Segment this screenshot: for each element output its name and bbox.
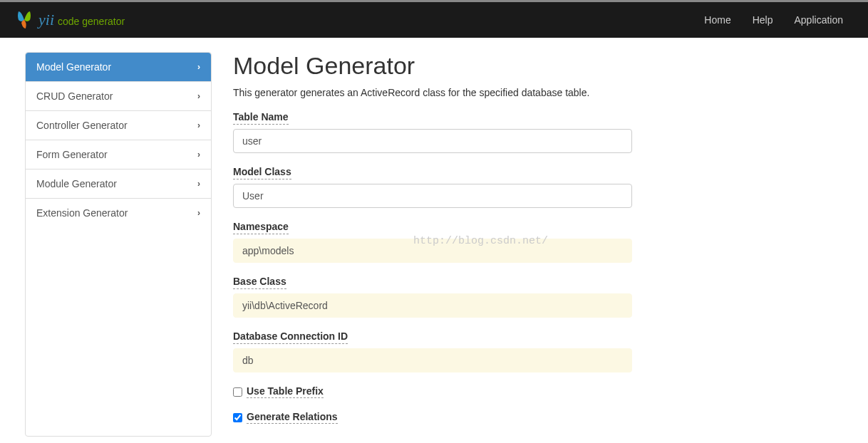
- brand-subtitle: code generator: [58, 16, 125, 27]
- sidebar-item-model-generator[interactable]: Model Generator ›: [26, 53, 211, 82]
- sidebar-item-label: Controller Generator: [36, 120, 128, 131]
- label-generate-relations: Generate Relations: [247, 411, 338, 424]
- input-namespace[interactable]: [233, 239, 632, 263]
- nav-home[interactable]: Home: [693, 4, 741, 36]
- sidebar-item-label: CRUD Generator: [36, 90, 113, 102]
- label-table-name: Table Name: [233, 111, 289, 125]
- label-use-table-prefix: Use Table Prefix: [247, 385, 324, 398]
- sidebar-item-module-generator[interactable]: Module Generator ›: [26, 170, 211, 199]
- nav-application[interactable]: Application: [784, 4, 854, 36]
- nav-links: Home Help Application: [693, 4, 854, 36]
- chevron-right-icon: ›: [197, 91, 200, 101]
- field-generate-relations: Generate Relations: [233, 411, 632, 424]
- field-db-connection: Database Connection ID: [233, 330, 632, 372]
- field-model-class: Model Class: [233, 166, 632, 208]
- field-table-name: Table Name: [233, 111, 632, 153]
- page-description: This generator generates an ActiveRecord…: [233, 87, 632, 98]
- label-namespace: Namespace: [233, 221, 289, 234]
- sidebar-item-crud-generator[interactable]: CRUD Generator ›: [26, 82, 211, 111]
- brand-title: yii: [38, 11, 54, 29]
- chevron-right-icon: ›: [197, 208, 200, 218]
- checkbox-use-table-prefix[interactable]: [233, 387, 242, 397]
- sidebar-item-label: Form Generator: [36, 149, 108, 160]
- sidebar-item-controller-generator[interactable]: Controller Generator ›: [26, 111, 211, 140]
- main-content: Model Generator This generator generates…: [233, 52, 632, 437]
- chevron-right-icon: ›: [197, 150, 200, 160]
- nav-help[interactable]: Help: [742, 4, 784, 36]
- sidebar-item-form-generator[interactable]: Form Generator ›: [26, 140, 211, 170]
- chevron-right-icon: ›: [197, 179, 200, 189]
- input-model-class[interactable]: [233, 184, 632, 208]
- input-table-name[interactable]: [233, 129, 632, 153]
- chevron-right-icon: ›: [197, 120, 200, 130]
- page-title: Model Generator: [233, 52, 632, 80]
- navbar: yii code generator Home Help Application: [0, 2, 868, 38]
- input-db-connection[interactable]: [233, 348, 632, 372]
- field-base-class: Base Class: [233, 276, 632, 318]
- chevron-right-icon: ›: [197, 62, 200, 72]
- sidebar-item-extension-generator[interactable]: Extension Generator ›: [26, 199, 211, 227]
- brand[interactable]: yii code generator: [14, 10, 125, 30]
- label-db-connection: Database Connection ID: [233, 330, 348, 344]
- yii-logo-icon: [14, 10, 34, 30]
- sidebar-item-label: Extension Generator: [36, 207, 128, 219]
- checkbox-generate-relations[interactable]: [233, 413, 242, 422]
- input-base-class[interactable]: [233, 293, 632, 318]
- field-namespace: Namespace: [233, 221, 632, 263]
- label-base-class: Base Class: [233, 276, 286, 289]
- sidebar-item-label: Module Generator: [36, 178, 117, 189]
- label-model-class: Model Class: [233, 166, 291, 179]
- sidebar-item-label: Model Generator: [36, 61, 111, 73]
- sidebar: Model Generator › CRUD Generator › Contr…: [25, 52, 212, 437]
- field-use-table-prefix: Use Table Prefix: [233, 385, 632, 398]
